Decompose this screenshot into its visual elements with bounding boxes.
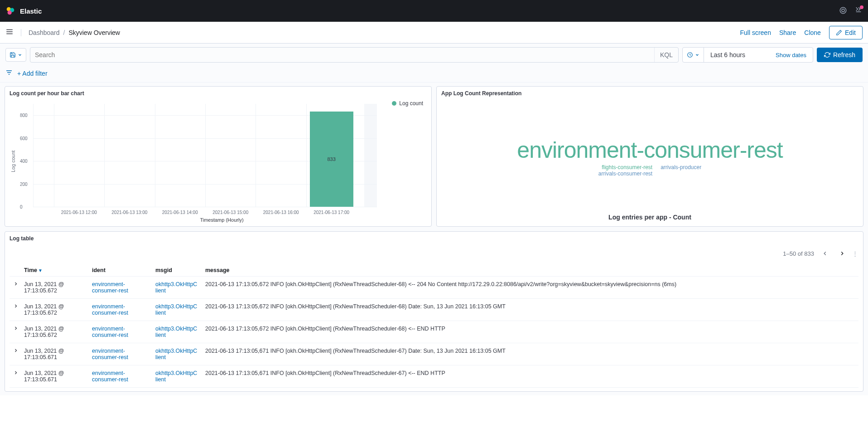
y-axis-label: Log count <box>10 100 17 223</box>
col-header-msgid[interactable]: msgid <box>152 264 202 277</box>
col-header-time[interactable]: Time▼ <box>20 264 88 277</box>
date-range-label: Last 6 hours <box>710 51 745 58</box>
calendar-icon <box>687 52 693 58</box>
cell-ident[interactable]: environment-consumer-rest <box>88 277 152 299</box>
table-row: Jun 13, 2021 @ 17:13:05.672environment-c… <box>10 321 858 343</box>
share-link[interactable]: Share <box>779 29 796 36</box>
elastic-logo-icon <box>5 6 15 16</box>
search-bar: KQL <box>30 47 679 63</box>
next-page-button[interactable] <box>836 247 849 260</box>
table-row: Jun 13, 2021 @ 17:13:05.672environment-c… <box>10 277 858 299</box>
breadcrumb-separator: / <box>63 29 65 36</box>
bar-value-label: 833 <box>327 156 335 162</box>
notification-badge <box>860 5 863 9</box>
word-cloud-area: environment-consumer-rest flights-consum… <box>441 100 858 214</box>
cell-msgid[interactable]: okhttp3.OkHttpClient <box>152 277 202 299</box>
news-feed-icon[interactable] <box>854 6 863 16</box>
expand-row-button[interactable] <box>10 365 20 388</box>
search-input[interactable] <box>30 48 654 62</box>
cell-message: 2021-06-13 17:13:05,672 INFO [okh.OkHttp… <box>202 299 858 321</box>
save-icon <box>10 52 16 58</box>
cell-message: 2021-06-13 17:13:05,672 INFO [okh.OkHttp… <box>202 277 858 299</box>
fullscreen-link[interactable]: Full screen <box>740 29 771 36</box>
table-pagination: 1–50 of 833 ⋮ <box>10 245 858 264</box>
date-picker: Last 6 hours Show dates <box>682 47 813 63</box>
cloud-term-large[interactable]: environment-consumer-rest <box>517 137 782 163</box>
clone-link[interactable]: Clone <box>804 29 821 36</box>
cloud-term-small[interactable]: arrivals-consumer-rest <box>598 170 652 177</box>
svg-point-2 <box>8 10 12 15</box>
panel-options-handle[interactable]: ⋮ <box>853 250 857 257</box>
breadcrumb-current: Skyview Overview <box>68 29 120 36</box>
refresh-button-label: Refresh <box>833 51 855 58</box>
svg-point-4 <box>842 9 844 12</box>
cell-msgid[interactable]: okhttp3.OkHttpClient <box>152 299 202 321</box>
table-row: Jun 13, 2021 @ 17:13:05.671environment-c… <box>10 365 858 388</box>
edit-button-label: Edit <box>845 29 856 36</box>
pencil-icon <box>836 29 842 36</box>
panel-log-table: Log table 1–50 of 833 ⋮ Time▼ ident msgi… <box>5 231 863 392</box>
cloud-term-small[interactable]: flights-consumer-rest <box>602 164 652 170</box>
cloud-caption: Log entries per app - Count <box>441 214 858 221</box>
cell-time: Jun 13, 2021 @ 17:13:05.671 <box>20 343 88 365</box>
expand-row-button[interactable] <box>10 277 20 299</box>
expand-row-button[interactable] <box>10 299 20 321</box>
table-row: Jun 13, 2021 @ 17:13:05.671environment-c… <box>10 343 858 365</box>
plot-area: 02004006008002021-06-13 12:002021-06-13 … <box>33 104 377 207</box>
show-dates-link[interactable]: Show dates <box>776 52 806 58</box>
panel-word-cloud: App Log Count Representation environment… <box>436 86 863 227</box>
chevron-down-icon <box>18 53 22 57</box>
cell-msgid[interactable]: okhttp3.OkHttpClient <box>152 321 202 343</box>
date-range-display[interactable]: Last 6 hours Show dates <box>704 48 813 62</box>
svg-point-3 <box>840 7 846 14</box>
quick-select-button[interactable] <box>683 48 704 62</box>
cell-ident[interactable]: environment-consumer-rest <box>88 299 152 321</box>
filter-options-icon[interactable] <box>5 69 13 78</box>
add-filter-button[interactable]: + Add filter <box>17 70 48 77</box>
nav-bar: Dashboard / Skyview Overview Full screen… <box>0 22 868 44</box>
panel-title: App Log Count Representation <box>441 90 858 97</box>
cell-time: Jun 13, 2021 @ 17:13:05.672 <box>20 277 88 299</box>
panel-title: Log table <box>10 235 858 242</box>
query-bar: KQL Last 6 hours Show dates Refresh <box>0 44 868 66</box>
x-axis-label: Timestamp (Hourly) <box>200 217 243 223</box>
dashboard-grid: Log count per hour bar chart Log count L… <box>0 83 868 395</box>
cell-time: Jun 13, 2021 @ 17:13:05.672 <box>20 299 88 321</box>
cell-message: 2021-06-13 17:13:05,671 INFO [okh.OkHttp… <box>202 343 858 365</box>
chart-legend: Log count <box>392 100 423 107</box>
saved-query-button[interactable] <box>5 48 26 62</box>
cell-ident[interactable]: environment-consumer-rest <box>88 321 152 343</box>
bar-chart-area: Log count Log count 02004006008002021-06… <box>10 100 427 223</box>
panel-bar-chart: Log count per hour bar chart Log count L… <box>5 86 432 227</box>
expand-row-button[interactable] <box>10 321 20 343</box>
cell-message: 2021-06-13 17:13:05,671 INFO [okh.OkHttp… <box>202 365 858 388</box>
breadcrumb-parent[interactable]: Dashboard <box>29 29 60 36</box>
log-table: Time▼ ident msgid message Jun 13, 2021 @… <box>10 264 858 388</box>
legend-label: Log count <box>399 100 423 107</box>
menu-toggle-icon[interactable] <box>5 28 14 37</box>
cell-time: Jun 13, 2021 @ 17:13:05.672 <box>20 321 88 343</box>
chevron-down-icon <box>695 53 699 57</box>
refresh-button[interactable]: Refresh <box>817 48 863 62</box>
filter-bar: + Add filter <box>0 66 868 83</box>
brand-name: Elastic <box>20 7 42 15</box>
refresh-icon <box>824 52 830 58</box>
help-icon[interactable] <box>839 6 847 16</box>
col-header-message[interactable]: message <box>202 264 858 277</box>
table-row: Jun 13, 2021 @ 17:13:05.672environment-c… <box>10 299 858 321</box>
cell-msgid[interactable]: okhttp3.OkHttpClient <box>152 365 202 388</box>
cell-ident[interactable]: environment-consumer-rest <box>88 365 152 388</box>
cell-msgid[interactable]: okhttp3.OkHttpClient <box>152 343 202 365</box>
expand-row-button[interactable] <box>10 343 20 365</box>
sort-desc-icon: ▼ <box>38 268 43 273</box>
cell-message: 2021-06-13 17:13:05,672 INFO [okh.OkHttp… <box>202 321 858 343</box>
cell-ident[interactable]: environment-consumer-rest <box>88 343 152 365</box>
kql-toggle[interactable]: KQL <box>654 48 678 62</box>
edit-button[interactable]: Edit <box>829 26 863 39</box>
cell-time: Jun 13, 2021 @ 17:13:05.671 <box>20 365 88 388</box>
panel-title: Log count per hour bar chart <box>10 90 427 97</box>
prev-page-button[interactable] <box>819 247 831 260</box>
cloud-term-small[interactable]: arrivals-producer <box>661 164 701 177</box>
col-header-ident[interactable]: ident <box>88 264 152 277</box>
pagination-range: 1–50 of 833 <box>783 250 814 257</box>
